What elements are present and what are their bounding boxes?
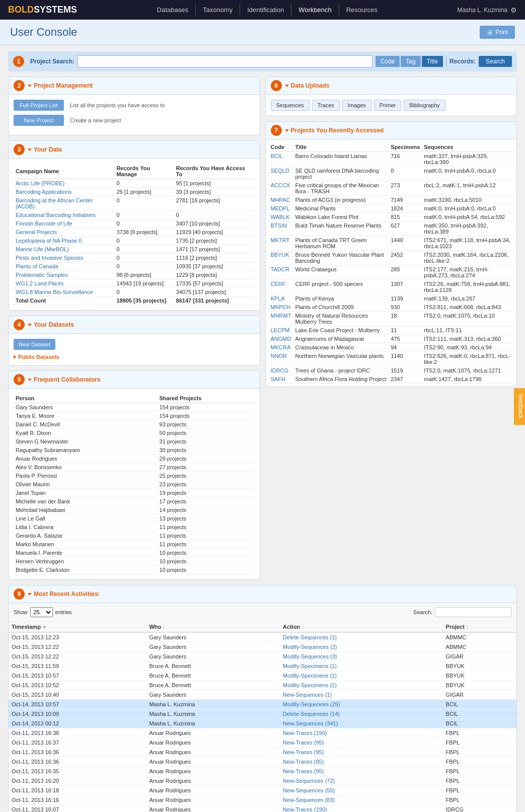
print-button[interactable]: 🖨 Print [480,26,515,39]
project-code-cell[interactable]: LECPM [269,326,293,335]
code-button[interactable]: Code [376,56,400,67]
upload-button-images[interactable]: Images [342,100,371,111]
public-datasets-toggle[interactable]: Public Datasets [14,354,255,360]
collaborator-projects: 23 projects [158,480,255,489]
project-code-cell[interactable]: TADCR [269,265,293,280]
specimens-header: Specimens [389,142,422,152]
table-row: Pests and Invasive Species01116 [2 proje… [14,254,255,262]
action-cell[interactable]: Modify-Sequences (25) [280,700,443,709]
campaign-name-cell[interactable]: Lepidoptera of NA Phase II [14,237,114,245]
action-cell[interactable]: New-Traces (95) [280,738,443,748]
gear-icon[interactable]: ⚙ [510,6,517,14]
campaign-name-cell[interactable]: Barcoding Applications [14,188,114,196]
feedback-tab[interactable]: feedback [514,388,525,424]
action-cell[interactable]: Delete-Sequences (14) [280,709,443,719]
project-code-cell[interactable]: MHPAC [269,196,293,204]
project-title-cell: Bruce Bennett Yukon Vascular Plant Barco… [293,251,389,265]
who-header[interactable]: Who ↕ [146,622,279,632]
project-code-cell[interactable]: MKTRT [269,236,293,251]
full-project-list-button[interactable]: Full Project List [14,100,64,111]
title-button[interactable]: Title [422,56,443,67]
action-cell[interactable]: New-Sequences (72) [280,776,443,786]
nav-taxonomy[interactable]: Taxonomy [196,4,240,16]
project-code-cell[interactable]: BBYUK [269,251,293,265]
action-cell[interactable]: New-Traces (95) [280,757,443,767]
entries-select[interactable]: 25 50 100 [30,607,53,617]
action-header[interactable]: Action ↕ [280,622,443,632]
records-access-cell: 0 [174,211,255,219]
action-cell[interactable]: Modify-Specimens (1) [280,661,443,671]
project-code-cell[interactable]: IDRCG [269,366,293,375]
upload-button-traces[interactable]: Traces [312,100,340,111]
project-code-cell[interactable]: KPLA [269,294,293,303]
project-code-cell[interactable]: NNOR [269,352,293,366]
project-code-cell[interactable]: SAFH [269,375,293,384]
action-cell[interactable]: Modify-Specimens (1) [280,681,443,690]
campaign-name-cell[interactable]: Pests and Invasive Species [14,254,114,262]
project-header[interactable]: Project ↕ [443,622,516,632]
action-cell[interactable]: New-Traces (190) [280,805,443,813]
who-cell: Gary Saunders [146,652,279,661]
sequences-cell: ITS2:626, matK:0, rbcLa:871, rbcL-like:2 [422,352,513,366]
user-info: Masha L. Kuzmina ⚙ [458,6,517,14]
project-title-cell: Plants of Kenya [293,294,389,303]
campaign-name-cell[interactable]: Plants of Canada [14,262,114,271]
upload-buttons: SequencesTracesImagesPrimerBibliography [271,100,512,111]
project-code-cell[interactable]: BCIL [269,152,293,167]
nav-workbench[interactable]: Workbench [291,4,339,16]
campaign-name-cell[interactable]: Arctic Life (PROBE) [14,179,114,188]
campaign-name-cell[interactable]: Barcoding at the African Center (ACDB) [14,196,114,211]
action-cell[interactable]: New-Sequences (55) [280,786,443,795]
collaborator-name: Michelle van der Bank [14,497,158,506]
nav-databases[interactable]: Databases [150,4,196,16]
campaign-name-cell[interactable]: Educational Barcoding Initiatives [14,211,114,219]
nav-resources[interactable]: Resources [339,4,385,16]
project-code-cell[interactable]: CERF [269,280,293,294]
project-code-cell[interactable]: ACCCX [269,181,293,196]
specimens-cell: 716 [389,152,422,167]
activity-search-input[interactable] [435,607,511,617]
project-code-cell[interactable]: MEDPL [269,204,293,213]
campaign-name-cell[interactable]: WG1.2 Land Plants [14,279,114,288]
project-code-cell[interactable]: SEQLD [269,167,293,181]
new-dataset-button[interactable]: New Dataset [14,339,55,350]
table-row: Oct-15, 2013 11:59Bruce A. BennettModify… [9,661,516,671]
action-cell[interactable]: Modify-Specimens (1) [280,671,443,681]
action-cell[interactable]: New-Sequences (83) [280,795,443,805]
project-code-cell[interactable]: MKPCH [269,303,293,312]
project-code-cell[interactable]: BTSIN [269,222,293,236]
timestamp-header[interactable]: Timestamp ▼ [9,622,146,632]
action-cell[interactable]: New-Traces (190) [280,728,443,738]
sequences-cell: matK:1427, rbcLa:1798 [422,375,513,384]
records-search-button[interactable]: Search [479,56,512,67]
tag-button[interactable]: Tag [401,56,420,67]
campaign-name-cell[interactable]: WG1.8 Marine Bio-Surveillance [14,288,114,297]
project-code-cell[interactable]: MNRMT [269,312,293,326]
table-row: Oct-14, 2013 00:12Masha L. KuzminaNew-Se… [9,719,516,728]
upload-button-primer[interactable]: Primer [374,100,401,111]
campaign-name-cell[interactable]: General Projects [14,228,114,237]
project-code-cell[interactable]: ANGMD [269,335,293,343]
project-cell: FBPL [443,748,516,757]
action-cell[interactable]: New-Sequences (1) [280,690,443,700]
action-cell[interactable]: Modify-Sequences (2) [280,642,443,652]
campaign-name-cell[interactable]: Finnish Barcode of Life [14,219,114,228]
list-item: Bridgette E. Clarkston10 projects [14,566,255,574]
campaign-name-cell[interactable]: Marine Life (MarBOL) [14,245,114,254]
action-cell[interactable]: New-Traces (95) [280,767,443,776]
new-project-button[interactable]: New Project [14,115,64,126]
action-cell[interactable]: New-Sequences (341) [280,719,443,728]
table-row: Oct-11, 2013 16:38Anuar RodriguesNew-Tra… [9,728,516,738]
collaborator-name: Heroen Verbruggen [14,557,158,566]
project-code-cell[interactable]: WABLK [269,213,293,222]
campaign-name-cell[interactable]: Problematic Samples [14,271,114,279]
nav-identification[interactable]: Identification [240,4,291,16]
action-cell[interactable]: New-Traces (95) [280,748,443,757]
upload-button-sequences[interactable]: Sequences [271,100,310,111]
action-cell[interactable]: Delete-Sequences (1) [280,632,443,642]
project-code-cell[interactable]: MKCRA [269,343,293,352]
action-cell[interactable]: Modify-Sequences (3) [280,652,443,661]
search-input[interactable] [78,55,372,67]
upload-button-bibliography[interactable]: Bibliography [404,100,445,111]
collaborator-projects: 154 projects [158,403,255,412]
